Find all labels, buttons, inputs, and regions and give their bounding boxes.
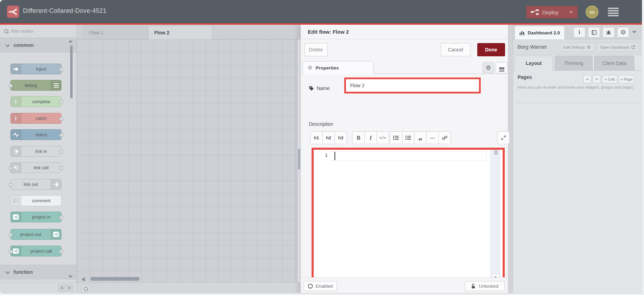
palette-scroll-down-icon[interactable] [68, 276, 73, 278]
editor-scroll-gutter[interactable] [490, 150, 501, 283]
node-output-port[interactable] [59, 250, 63, 253]
tab-theming[interactable]: Theming [555, 56, 593, 71]
node-input-port[interactable] [9, 183, 13, 187]
user-avatar[interactable]: su [586, 6, 598, 18]
debug-sidebar-button[interactable] [603, 27, 614, 38]
blockquote-button[interactable]: “ [414, 131, 427, 144]
flow-lock-toggle[interactable]: Unlocked [465, 281, 505, 291]
ordered-list-button[interactable] [390, 131, 402, 144]
palette-node-link-call[interactable]: link call [10, 162, 61, 173]
palette-node-catch[interactable]: ! catch [10, 113, 61, 124]
unordered-list-button[interactable] [402, 131, 414, 144]
flow-name-input[interactable] [346, 83, 476, 88]
node-red-window: Different-Collared-Dove-4521 Deploy su c… [0, 0, 642, 293]
sidebar-more-tabs-icon[interactable] [632, 31, 636, 33]
canvas-scroll-left-icon[interactable] [82, 277, 85, 282]
expand-editor-button[interactable] [497, 131, 510, 144]
flow-enabled-toggle[interactable]: Enabled [304, 281, 337, 291]
exclamation-icon: ! [11, 113, 21, 123]
palette-node-project-out[interactable]: project out [10, 229, 61, 240]
horizontal-rule-button[interactable]: — [426, 131, 439, 144]
node-palette: common inject debug ! complete ! catch [0, 25, 77, 293]
chevron-down-icon [6, 42, 10, 47]
node-output-port[interactable] [59, 216, 63, 219]
node-input-port[interactable] [9, 233, 13, 237]
palette-node-complete[interactable]: ! complete [10, 96, 61, 107]
palette-scrollbar[interactable] [70, 46, 73, 98]
palette-node-link-in[interactable]: link in [10, 146, 61, 157]
tray-toolbar: Delete Cancel Done [301, 39, 508, 61]
tray-footer: Enabled Unlocked [301, 277, 508, 293]
node-output-port[interactable] [59, 68, 63, 71]
palette-node-link-out[interactable]: link out [10, 179, 61, 190]
deploy-dropdown-icon[interactable] [569, 11, 573, 14]
edit-settings-button[interactable]: Edit Settings ⚙ [560, 43, 594, 51]
node-output-port[interactable] [59, 166, 63, 170]
node-output-port[interactable] [59, 117, 63, 121]
info-sidebar-button[interactable]: i [573, 27, 585, 38]
description-editor[interactable]: 1 ? [314, 150, 503, 283]
deploy-button[interactable]: Deploy [526, 6, 578, 18]
tab-client-data[interactable]: Client Data [594, 56, 634, 71]
pages-section-title: Pages [518, 74, 532, 80]
node-output-port[interactable] [59, 150, 63, 154]
header-red-underline [0, 23, 642, 25]
tab-flow-1[interactable]: Flow 1 [83, 26, 147, 39]
tab-properties[interactable]: ⚙ Properties [303, 61, 374, 74]
flow-canvas[interactable] [77, 39, 301, 282]
node-output-port[interactable] [59, 100, 63, 104]
chevron-down-icon [595, 78, 598, 81]
link-button[interactable] [438, 131, 451, 144]
add-link-button[interactable]: + Link [602, 75, 617, 83]
delete-button[interactable]: Delete [304, 43, 328, 56]
tab-dashboard-2[interactable]: Dashboard 2.0 [514, 26, 565, 39]
palette-scroll-up-icon[interactable] [68, 40, 73, 42]
palette-node-status[interactable]: status [10, 129, 61, 140]
link-in-icon [11, 146, 21, 156]
filter-nodes-input[interactable] [11, 28, 60, 34]
move-page-down-button[interactable] [593, 75, 601, 83]
palette-category-function[interactable]: function [0, 265, 76, 279]
tab-layout[interactable]: Layout [514, 56, 553, 71]
heading2-button[interactable]: h2 [322, 131, 335, 144]
canvas-vertical-scrollbar[interactable] [298, 39, 300, 282]
node-input-port[interactable] [9, 250, 13, 253]
workspace-footer [77, 282, 301, 293]
done-button[interactable]: Done [477, 43, 505, 56]
open-dashboard-button[interactable]: Open Dashboard [597, 43, 639, 51]
tab-flow-2[interactable]: Flow 2 [148, 26, 212, 39]
bold-button[interactable]: B [352, 131, 365, 144]
dashboard-instance-row: Borg Warner Edit Settings ⚙ Open Dashboa… [513, 39, 642, 55]
main-menu-icon[interactable] [608, 8, 619, 16]
heading1-button[interactable]: h1 [310, 131, 323, 144]
cancel-button[interactable]: Cancel [441, 43, 470, 56]
bug-icon [606, 30, 611, 35]
open-dashboard-label: Open Dashboard [600, 45, 629, 49]
code-button[interactable]: </> [377, 131, 389, 144]
palette-category-common[interactable]: common [0, 38, 76, 52]
palette-node-inject[interactable]: inject [10, 64, 61, 74]
sidebar-splitter[interactable] [508, 25, 513, 293]
node-input-port[interactable] [9, 166, 13, 170]
node-output-port[interactable] [59, 133, 63, 137]
expand-all-categories-button[interactable] [66, 285, 73, 292]
help-sidebar-button[interactable] [588, 27, 600, 38]
description-button[interactable] [496, 62, 507, 73]
zoom-search-button[interactable] [82, 285, 90, 292]
node-properties-button[interactable]: ⚙ [482, 62, 494, 73]
config-sidebar-button[interactable]: ⚙ [617, 27, 629, 38]
tab-label: Flow 2 [154, 30, 170, 35]
italic-button[interactable]: I [364, 131, 377, 144]
heading3-button[interactable]: h3 [335, 131, 347, 144]
add-page-button[interactable]: + Page [619, 75, 634, 83]
canvas-horizontal-scrollbar[interactable] [90, 277, 140, 281]
move-page-up-button[interactable] [583, 75, 591, 83]
node-input-port[interactable] [9, 84, 13, 88]
palette-search[interactable] [0, 25, 76, 38]
palette-node-project-call[interactable]: project call [10, 246, 61, 256]
palette-node-project-in[interactable]: project in [10, 212, 61, 222]
node-label: project out [11, 229, 51, 239]
palette-node-debug[interactable]: debug [10, 80, 61, 91]
palette-node-comment[interactable]: comment [10, 195, 61, 206]
collapse-all-categories-button[interactable] [58, 285, 66, 292]
